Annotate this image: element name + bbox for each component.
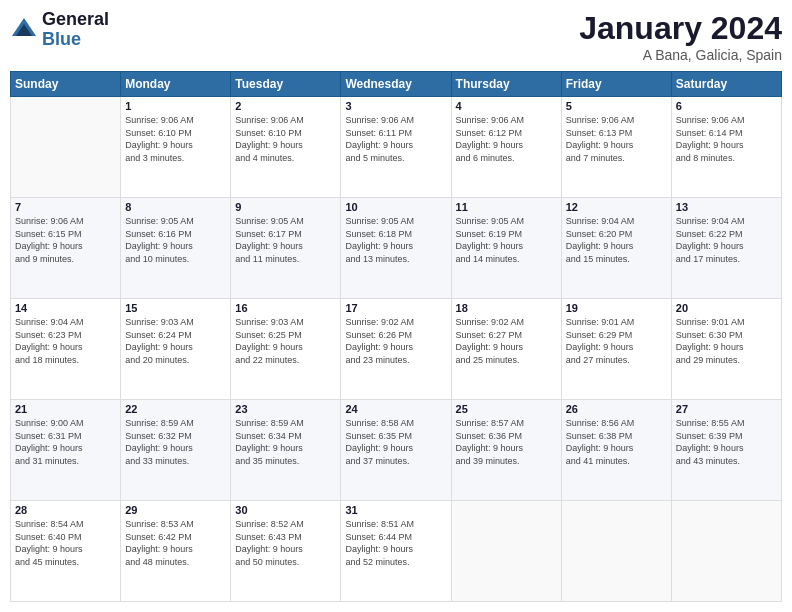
calendar-day-cell: 4Sunrise: 9:06 AMSunset: 6:12 PMDaylight… (451, 97, 561, 198)
day-number: 22 (125, 403, 226, 415)
day-number: 17 (345, 302, 446, 314)
day-info: Sunrise: 8:56 AMSunset: 6:38 PMDaylight:… (566, 417, 667, 467)
day-number: 11 (456, 201, 557, 213)
calendar-table: SundayMondayTuesdayWednesdayThursdayFrid… (10, 71, 782, 602)
day-number: 5 (566, 100, 667, 112)
day-info: Sunrise: 8:57 AMSunset: 6:36 PMDaylight:… (456, 417, 557, 467)
day-info: Sunrise: 8:54 AMSunset: 6:40 PMDaylight:… (15, 518, 116, 568)
calendar-day-cell (451, 501, 561, 602)
calendar-day-cell: 28Sunrise: 8:54 AMSunset: 6:40 PMDayligh… (11, 501, 121, 602)
day-info: Sunrise: 9:04 AMSunset: 6:22 PMDaylight:… (676, 215, 777, 265)
day-info: Sunrise: 9:06 AMSunset: 6:15 PMDaylight:… (15, 215, 116, 265)
calendar-day-cell: 14Sunrise: 9:04 AMSunset: 6:23 PMDayligh… (11, 299, 121, 400)
day-number: 3 (345, 100, 446, 112)
weekday-header-row: SundayMondayTuesdayWednesdayThursdayFrid… (11, 72, 782, 97)
day-number: 8 (125, 201, 226, 213)
month-title: January 2024 (579, 10, 782, 47)
day-number: 15 (125, 302, 226, 314)
location-title: A Bana, Galicia, Spain (579, 47, 782, 63)
day-number: 27 (676, 403, 777, 415)
day-info: Sunrise: 9:05 AMSunset: 6:16 PMDaylight:… (125, 215, 226, 265)
calendar-day-cell: 10Sunrise: 9:05 AMSunset: 6:18 PMDayligh… (341, 198, 451, 299)
day-number: 23 (235, 403, 336, 415)
day-number: 14 (15, 302, 116, 314)
calendar-day-cell: 15Sunrise: 9:03 AMSunset: 6:24 PMDayligh… (121, 299, 231, 400)
day-info: Sunrise: 9:01 AMSunset: 6:29 PMDaylight:… (566, 316, 667, 366)
day-number: 16 (235, 302, 336, 314)
day-info: Sunrise: 8:58 AMSunset: 6:35 PMDaylight:… (345, 417, 446, 467)
day-number: 6 (676, 100, 777, 112)
day-number: 19 (566, 302, 667, 314)
calendar-day-cell: 26Sunrise: 8:56 AMSunset: 6:38 PMDayligh… (561, 400, 671, 501)
day-number: 26 (566, 403, 667, 415)
calendar-day-cell: 3Sunrise: 9:06 AMSunset: 6:11 PMDaylight… (341, 97, 451, 198)
day-number: 12 (566, 201, 667, 213)
calendar-day-cell: 20Sunrise: 9:01 AMSunset: 6:30 PMDayligh… (671, 299, 781, 400)
calendar-day-cell: 13Sunrise: 9:04 AMSunset: 6:22 PMDayligh… (671, 198, 781, 299)
calendar-day-cell: 21Sunrise: 9:00 AMSunset: 6:31 PMDayligh… (11, 400, 121, 501)
day-number: 7 (15, 201, 116, 213)
calendar-day-cell: 19Sunrise: 9:01 AMSunset: 6:29 PMDayligh… (561, 299, 671, 400)
day-number: 30 (235, 504, 336, 516)
day-number: 31 (345, 504, 446, 516)
logo-blue: Blue (42, 30, 109, 50)
calendar-day-cell: 31Sunrise: 8:51 AMSunset: 6:44 PMDayligh… (341, 501, 451, 602)
day-info: Sunrise: 9:06 AMSunset: 6:14 PMDaylight:… (676, 114, 777, 164)
calendar-week-row: 28Sunrise: 8:54 AMSunset: 6:40 PMDayligh… (11, 501, 782, 602)
calendar-day-cell: 18Sunrise: 9:02 AMSunset: 6:27 PMDayligh… (451, 299, 561, 400)
calendar-day-cell (561, 501, 671, 602)
calendar-day-cell: 8Sunrise: 9:05 AMSunset: 6:16 PMDaylight… (121, 198, 231, 299)
calendar-day-cell: 9Sunrise: 9:05 AMSunset: 6:17 PMDaylight… (231, 198, 341, 299)
day-info: Sunrise: 8:59 AMSunset: 6:32 PMDaylight:… (125, 417, 226, 467)
day-info: Sunrise: 9:04 AMSunset: 6:23 PMDaylight:… (15, 316, 116, 366)
day-number: 29 (125, 504, 226, 516)
day-number: 4 (456, 100, 557, 112)
day-info: Sunrise: 9:01 AMSunset: 6:30 PMDaylight:… (676, 316, 777, 366)
day-info: Sunrise: 9:05 AMSunset: 6:18 PMDaylight:… (345, 215, 446, 265)
calendar-day-cell (11, 97, 121, 198)
day-info: Sunrise: 9:02 AMSunset: 6:26 PMDaylight:… (345, 316, 446, 366)
day-number: 9 (235, 201, 336, 213)
weekday-header-cell: Friday (561, 72, 671, 97)
calendar-week-row: 14Sunrise: 9:04 AMSunset: 6:23 PMDayligh… (11, 299, 782, 400)
day-info: Sunrise: 9:04 AMSunset: 6:20 PMDaylight:… (566, 215, 667, 265)
weekday-header-cell: Monday (121, 72, 231, 97)
calendar-day-cell: 7Sunrise: 9:06 AMSunset: 6:15 PMDaylight… (11, 198, 121, 299)
day-info: Sunrise: 8:55 AMSunset: 6:39 PMDaylight:… (676, 417, 777, 467)
calendar-week-row: 21Sunrise: 9:00 AMSunset: 6:31 PMDayligh… (11, 400, 782, 501)
day-number: 18 (456, 302, 557, 314)
calendar-day-cell: 17Sunrise: 9:02 AMSunset: 6:26 PMDayligh… (341, 299, 451, 400)
calendar-day-cell: 1Sunrise: 9:06 AMSunset: 6:10 PMDaylight… (121, 97, 231, 198)
title-block: January 2024 A Bana, Galicia, Spain (579, 10, 782, 63)
day-number: 2 (235, 100, 336, 112)
day-number: 28 (15, 504, 116, 516)
calendar-body: 1Sunrise: 9:06 AMSunset: 6:10 PMDaylight… (11, 97, 782, 602)
day-info: Sunrise: 9:06 AMSunset: 6:10 PMDaylight:… (235, 114, 336, 164)
day-number: 25 (456, 403, 557, 415)
weekday-header-cell: Tuesday (231, 72, 341, 97)
weekday-header-cell: Saturday (671, 72, 781, 97)
day-info: Sunrise: 9:05 AMSunset: 6:17 PMDaylight:… (235, 215, 336, 265)
calendar-day-cell: 25Sunrise: 8:57 AMSunset: 6:36 PMDayligh… (451, 400, 561, 501)
calendar-day-cell: 11Sunrise: 9:05 AMSunset: 6:19 PMDayligh… (451, 198, 561, 299)
calendar-day-cell: 5Sunrise: 9:06 AMSunset: 6:13 PMDaylight… (561, 97, 671, 198)
logo-icon (10, 16, 38, 44)
calendar-day-cell: 2Sunrise: 9:06 AMSunset: 6:10 PMDaylight… (231, 97, 341, 198)
calendar-day-cell: 12Sunrise: 9:04 AMSunset: 6:20 PMDayligh… (561, 198, 671, 299)
day-number: 1 (125, 100, 226, 112)
weekday-header-cell: Wednesday (341, 72, 451, 97)
calendar-day-cell: 23Sunrise: 8:59 AMSunset: 6:34 PMDayligh… (231, 400, 341, 501)
day-info: Sunrise: 9:06 AMSunset: 6:10 PMDaylight:… (125, 114, 226, 164)
day-info: Sunrise: 9:03 AMSunset: 6:25 PMDaylight:… (235, 316, 336, 366)
header: General Blue January 2024 A Bana, Galici… (10, 10, 782, 63)
day-info: Sunrise: 9:03 AMSunset: 6:24 PMDaylight:… (125, 316, 226, 366)
day-info: Sunrise: 8:53 AMSunset: 6:42 PMDaylight:… (125, 518, 226, 568)
day-info: Sunrise: 8:59 AMSunset: 6:34 PMDaylight:… (235, 417, 336, 467)
day-info: Sunrise: 8:52 AMSunset: 6:43 PMDaylight:… (235, 518, 336, 568)
calendar-day-cell: 30Sunrise: 8:52 AMSunset: 6:43 PMDayligh… (231, 501, 341, 602)
day-info: Sunrise: 9:02 AMSunset: 6:27 PMDaylight:… (456, 316, 557, 366)
calendar-week-row: 1Sunrise: 9:06 AMSunset: 6:10 PMDaylight… (11, 97, 782, 198)
calendar-day-cell: 24Sunrise: 8:58 AMSunset: 6:35 PMDayligh… (341, 400, 451, 501)
day-number: 10 (345, 201, 446, 213)
day-number: 13 (676, 201, 777, 213)
